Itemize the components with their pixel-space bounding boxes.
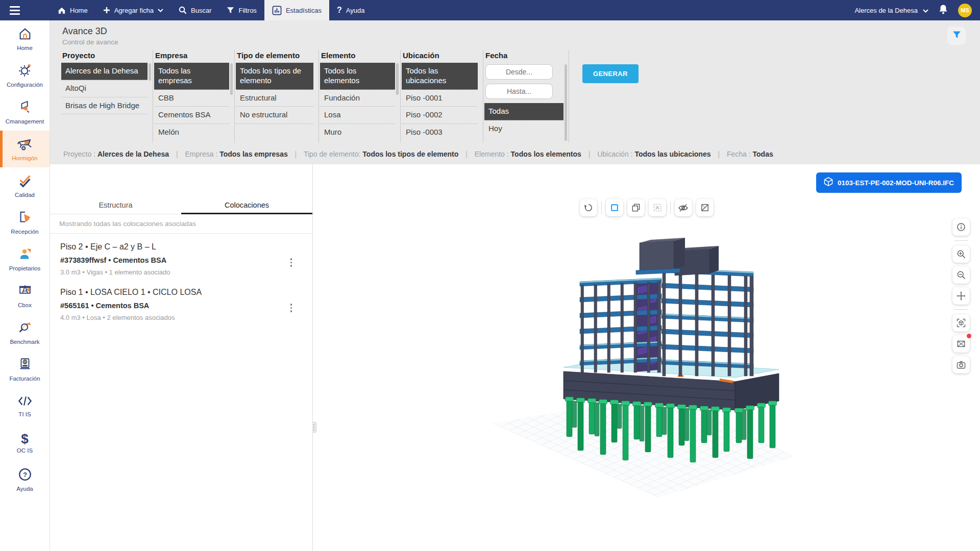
colocacion-title: Piso 2 • Eje C – a2 y B – L	[60, 242, 288, 252]
layers-icon[interactable]	[627, 199, 645, 216]
question-icon: ?	[337, 6, 342, 15]
scrollbar-thumb[interactable]	[230, 63, 233, 95]
sidebar-item-cbox[interactable]: Cbox	[0, 278, 50, 314]
pan-icon[interactable]	[952, 287, 970, 305]
zoom-in-icon[interactable]	[952, 245, 970, 263]
project-selector[interactable]: Alerces de la Dehesa	[854, 7, 928, 14]
notification-dot	[967, 334, 971, 338]
filter-option[interactable]: Piso -0002	[402, 107, 478, 124]
nav-buscar-label: Buscar	[191, 7, 211, 14]
home-icon	[58, 7, 66, 14]
filter-option[interactable]: Piso -0001	[402, 90, 478, 107]
filter-option[interactable]: CBB	[154, 90, 229, 107]
filter-column-ubicacion: Ubicación Todos las ubicaciones Piso -00…	[401, 50, 483, 143]
generar-button[interactable]: GENERAR	[582, 64, 639, 83]
tab-estructura[interactable]: Estructura	[50, 196, 181, 214]
isolate-box-icon[interactable]	[696, 199, 714, 216]
filter-option[interactable]: Todas	[484, 103, 564, 120]
colocaciones-panel: Estructura Colocaciones Mostrando todas …	[50, 164, 313, 551]
left-sidebar: Home Configuración Cmanagement Hormigón …	[0, 20, 50, 551]
colocacion-meta: 3.0 m3 • Vigas • 1 elemento asociado	[60, 268, 288, 276]
viewer-toolbar	[580, 199, 714, 216]
bell-icon[interactable]	[939, 4, 948, 16]
wheelbarrow-icon	[17, 136, 33, 154]
filter-option[interactable]: Todos los elementos	[320, 63, 395, 90]
nav-filtros[interactable]: Filtros	[219, 0, 264, 20]
receive-arrow-icon	[17, 210, 33, 227]
sidebar-item-facturacion[interactable]: Facturación	[0, 351, 50, 388]
colocacion-list-item[interactable]: Piso 1 • LOSA CIELO 1 • CICLO LOSA #5651…	[50, 279, 312, 324]
nav-agregar-ficha[interactable]: Agregar ficha	[95, 0, 171, 20]
sidebar-item-benchmark[interactable]: Benchmark	[0, 314, 50, 351]
panel-resize-handle[interactable]	[313, 422, 316, 433]
select-box-icon[interactable]	[606, 199, 623, 216]
sidebar-item-calidad[interactable]: Calidad	[0, 167, 50, 204]
filter-option[interactable]: Fundación	[320, 90, 395, 107]
sidebar-item-ayuda[interactable]: ? Ayuda	[0, 461, 50, 498]
sidebar-item-ti-is[interactable]: TI IS	[0, 388, 50, 424]
fit-model-icon[interactable]	[952, 314, 970, 332]
filter-option[interactable]: Melón	[154, 124, 229, 139]
scrollbar-thumb[interactable]	[396, 63, 399, 95]
sidebar-item-oc-is[interactable]: $ OC IS	[0, 424, 50, 461]
filter-option[interactable]: Piso -0003	[402, 124, 478, 138]
filter-title-elemento: Elemento	[320, 50, 395, 63]
filter-column-elemento: Elemento Todos los elementos Fundación L…	[319, 50, 401, 143]
filter-option[interactable]: Brisas de High Bridge	[61, 97, 148, 115]
nav-home-label: Home	[70, 7, 88, 14]
scrollbar-thumb[interactable]	[565, 64, 567, 141]
filter-option[interactable]: AltoQi	[61, 80, 148, 97]
filter-option[interactable]: Alerces de la Dehesa	[61, 63, 148, 80]
toggle-filters-button[interactable]	[947, 27, 966, 45]
nav-ayuda[interactable]: ? Ayuda	[329, 0, 372, 20]
filter-option[interactable]: Estructural	[236, 90, 313, 107]
nav-estadisticas[interactable]: Estadísticas	[264, 0, 329, 20]
bar-chart-icon	[272, 6, 282, 15]
kebab-menu-icon[interactable]	[288, 302, 295, 314]
sidebar-item-home[interactable]: Home	[0, 20, 50, 57]
scrollbar-thumb[interactable]	[149, 63, 151, 81]
project-selector-label: Alerces de la Dehesa	[854, 7, 918, 14]
reset-rotation-icon[interactable]	[580, 199, 597, 216]
filter-column-tipo-elemento: Tipo de elemento Todos los tipos de elem…	[235, 50, 319, 143]
hamburger-menu-icon[interactable]	[0, 6, 30, 15]
viewer-3d[interactable]	[313, 164, 980, 551]
person-icon	[17, 246, 33, 264]
nav-buscar[interactable]: Buscar	[171, 0, 219, 20]
tab-colocaciones[interactable]: Colocaciones	[181, 196, 312, 214]
filter-option[interactable]: Cementos BSA	[154, 107, 229, 124]
fecha-hasta-input[interactable]	[485, 84, 553, 99]
filter-option[interactable]: Muro	[320, 124, 395, 140]
sidebar-item-cmanagement[interactable]: Cmanagement	[0, 94, 50, 131]
fecha-desde-input[interactable]	[485, 64, 553, 80]
bim-model-3d[interactable]	[485, 219, 801, 515]
section-disabled-icon[interactable]	[952, 335, 970, 353]
funnel-icon	[952, 31, 961, 41]
avatar[interactable]: MS	[958, 4, 972, 17]
nav-home[interactable]: Home	[50, 0, 95, 20]
sidebar-item-hormigon[interactable]: Hormigón	[0, 131, 50, 167]
viewer-side-toolbar	[952, 218, 970, 373]
filter-title-empresa: Empresa	[154, 50, 229, 63]
sidebar-item-propietarios[interactable]: Propietarios	[0, 241, 50, 278]
panel-tabs: Estructura Colocaciones	[50, 196, 312, 214]
nav-estadisticas-label: Estadísticas	[286, 7, 322, 14]
kebab-menu-icon[interactable]	[288, 256, 295, 269]
filter-option[interactable]: Todos los tipos de elemento	[236, 63, 313, 90]
filter-option[interactable]: No estructural	[236, 107, 313, 124]
main-panel: 0103-EST-PE-002-MOD-UNI-R06.IFC Estructu…	[50, 164, 980, 551]
marquee-deselect-icon[interactable]	[649, 199, 666, 216]
filter-option[interactable]: Losa	[320, 107, 395, 124]
filter-option[interactable]: Hoy	[484, 120, 564, 137]
sidebar-item-recepcion[interactable]: Recepción	[0, 204, 50, 241]
filter-option[interactable]: Todos las ubicaciones	[402, 63, 478, 90]
house-icon	[17, 26, 33, 43]
filter-option[interactable]: Todos las empresas	[154, 63, 229, 90]
content-area: Avance 3D Control de avance Proyecto Ale…	[50, 20, 980, 551]
hide-elements-icon[interactable]	[675, 199, 692, 216]
screenshot-icon[interactable]	[952, 356, 970, 373]
colocacion-list-item[interactable]: Piso 2 • Eje C – a2 y B – L #373839ffwsf…	[50, 234, 312, 279]
info-icon[interactable]	[952, 218, 970, 236]
sidebar-item-configuracion[interactable]: Configuración	[0, 57, 50, 94]
zoom-out-icon[interactable]	[952, 266, 970, 284]
